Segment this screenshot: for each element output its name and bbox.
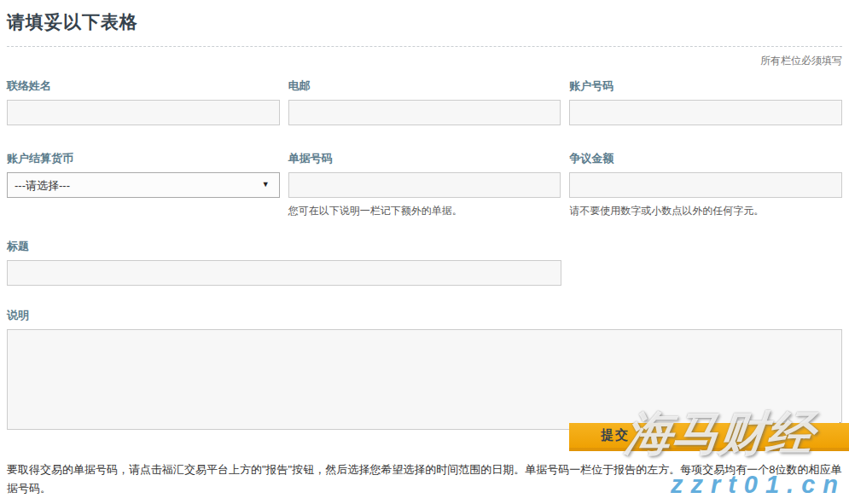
description-textarea[interactable] <box>7 329 842 430</box>
field-description: 说明 <box>7 308 842 433</box>
field-dispute-amount: 争议金额 请不要使用数字或小数点以外的任何字元。 <box>569 151 842 218</box>
ticket-number-input[interactable] <box>288 172 561 198</box>
currency-select[interactable]: ---请选择--- <box>7 172 280 198</box>
field-ticket-number: 单据号码 您可在以下说明一栏记下额外的单据。 <box>288 151 561 218</box>
contact-name-input[interactable] <box>7 100 280 125</box>
account-number-input[interactable] <box>569 100 842 125</box>
subject-label: 标题 <box>7 239 842 254</box>
dispute-amount-input[interactable] <box>569 172 842 198</box>
email-field[interactable] <box>288 100 561 125</box>
field-subject: 标题 <box>7 239 842 286</box>
field-currency: 账户结算货币 ---请选择--- ▼ <box>7 151 280 218</box>
ticket-number-label: 单据号码 <box>288 151 561 166</box>
email-label: 电邮 <box>288 78 561 94</box>
dispute-amount-label: 争议金额 <box>569 151 842 166</box>
subject-input[interactable] <box>7 260 561 286</box>
form-row-2: 账户结算货币 ---请选择--- ▼ 单据号码 您可在以下说明一栏记下额外的单据… <box>7 151 842 218</box>
form-page: 请填妥以下表格 所有栏位必须填写 联络姓名 电邮 账户号码 账户结算货币 ---… <box>0 0 849 433</box>
page-title: 请填妥以下表格 <box>7 10 842 47</box>
description-label: 说明 <box>7 308 842 323</box>
form-row-1: 联络姓名 电邮 账户号码 <box>7 78 842 125</box>
submit-button[interactable]: 提交 → <box>569 423 849 451</box>
field-contact-name: 联络姓名 <box>7 78 280 125</box>
account-number-label: 账户号码 <box>569 78 842 94</box>
arrow-right-icon: → <box>795 428 810 443</box>
dispute-amount-help: 请不要使用数字或小数点以外的任何字元。 <box>569 204 842 218</box>
submit-button-label: 提交 <box>601 427 630 442</box>
field-email: 电邮 <box>288 78 561 125</box>
currency-label: 账户结算货币 <box>7 151 280 166</box>
ticket-number-help: 您可在以下说明一栏记下额外的单据。 <box>288 204 561 218</box>
footer-instructions: 要取得交易的单据号码，请点击福汇交易平台上方的"报告"按钮，然后选择您希望选择的… <box>7 461 842 498</box>
required-fields-note: 所有栏位必须填写 <box>7 54 842 68</box>
field-account-number: 账户号码 <box>569 78 842 125</box>
currency-select-wrap: ---请选择--- ▼ <box>7 172 280 198</box>
contact-name-label: 联络姓名 <box>7 78 280 94</box>
